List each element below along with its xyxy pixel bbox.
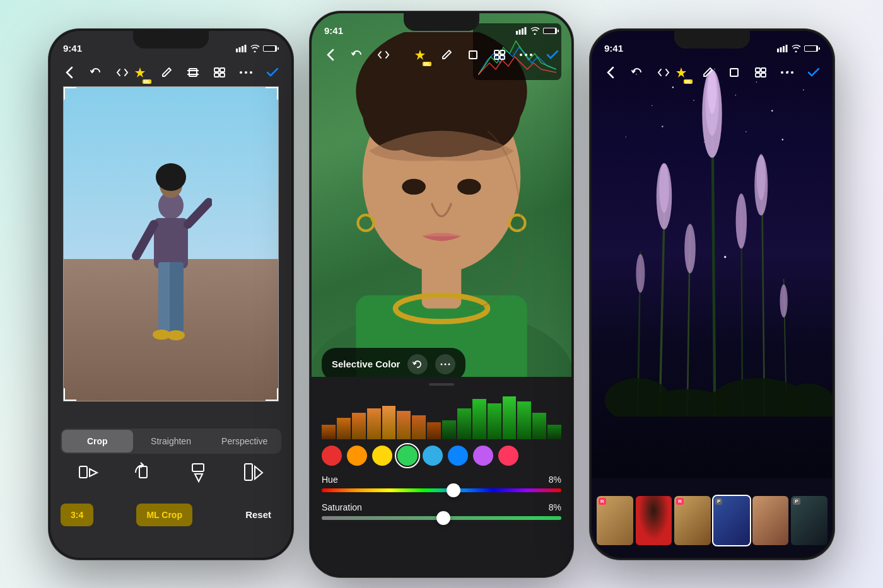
crop-button-1[interactable]	[184, 64, 202, 81]
more-pill-button[interactable]	[435, 354, 455, 374]
ml-crop-button[interactable]: ML Crop	[136, 504, 192, 526]
back-button-2[interactable]	[322, 46, 339, 64]
swatch-yellow[interactable]	[372, 446, 392, 466]
phone-1: 9:41	[48, 28, 294, 560]
swatch-purple[interactable]	[473, 446, 493, 466]
ml-enhance-button-1[interactable]	[131, 64, 149, 81]
thumbnail-3[interactable]: R	[674, 496, 711, 545]
svg-rect-1	[239, 47, 241, 52]
svg-point-58	[457, 178, 481, 194]
svg-marker-39	[415, 50, 425, 60]
svg-rect-34	[522, 28, 523, 35]
thumbnail-1[interactable]: R	[597, 496, 633, 545]
phone-2-inner: 9:41	[312, 13, 571, 575]
rotate-button[interactable]	[124, 457, 162, 488]
svg-rect-5	[278, 47, 279, 50]
phone-3: 9:41	[589, 28, 835, 560]
battery-icon-3	[804, 45, 820, 52]
flip-v-button[interactable]	[180, 457, 218, 488]
notch-2	[404, 13, 479, 31]
svg-line-24	[136, 224, 154, 256]
back-button-1[interactable]	[61, 64, 78, 81]
reset-button[interactable]: Reset	[235, 504, 281, 526]
flip-h-button[interactable]	[69, 457, 107, 488]
toolbar-3	[592, 59, 833, 86]
crop-icons-row	[61, 457, 281, 488]
crop-button-2[interactable]	[464, 46, 482, 64]
svg-rect-74	[761, 68, 766, 72]
back-button-3[interactable]	[602, 64, 619, 81]
svg-rect-43	[494, 55, 499, 59]
time-1: 9:41	[63, 43, 82, 54]
undo-button-3[interactable]	[628, 64, 646, 81]
saturation-thumb[interactable]	[436, 511, 450, 525]
drag-handle	[429, 383, 454, 386]
svg-rect-23	[170, 262, 184, 331]
crop-tab-perspective[interactable]: Perspective	[209, 430, 280, 453]
pencil-button-2[interactable]	[438, 46, 455, 64]
selective-color-pill: Selective Color	[322, 348, 465, 381]
selective-color-label: Selective Color	[332, 359, 400, 369]
hue-thumb[interactable]	[447, 483, 460, 497]
photo-3-bg	[592, 31, 833, 478]
thumbnail-5[interactable]	[752, 496, 789, 545]
phone-2-content: 9:41	[312, 13, 571, 575]
toolbar-right-3	[672, 64, 822, 81]
swatch-green[interactable]	[397, 446, 418, 466]
signal-icon-2	[516, 27, 527, 35]
ratio-button[interactable]: 3:4	[61, 504, 93, 526]
pencil-button-1[interactable]	[158, 64, 175, 81]
more-button-3[interactable]	[778, 64, 796, 81]
undo-button-1[interactable]	[87, 64, 105, 81]
mirror-button[interactable]	[235, 457, 272, 488]
grid-button-3[interactable]	[752, 64, 769, 81]
svg-rect-35	[525, 27, 527, 35]
code-button-2[interactable]	[375, 46, 392, 64]
done-button-2[interactable]	[544, 46, 561, 64]
thumbnail-6[interactable]: P	[791, 496, 827, 545]
hue-track[interactable]	[322, 488, 561, 492]
svg-rect-12	[220, 68, 225, 72]
thumbnail-4[interactable]: P	[713, 496, 750, 545]
crop-tab-crop[interactable]: Crop	[62, 430, 133, 453]
svg-rect-41	[494, 50, 499, 54]
saturation-track[interactable]	[322, 516, 561, 520]
undo-button-2[interactable]	[348, 46, 366, 64]
eq-bar-green	[532, 413, 546, 439]
hue-label: Hue	[322, 475, 338, 485]
grid-button-2[interactable]	[491, 46, 508, 64]
signal-icon-3	[777, 45, 788, 52]
undo-pill-button[interactable]	[407, 354, 428, 374]
pencil-button-3[interactable]	[699, 64, 716, 81]
svg-point-113	[780, 284, 787, 317]
svg-point-46	[525, 54, 527, 56]
code-button-3[interactable]	[655, 64, 672, 81]
grid-button-1[interactable]	[211, 64, 228, 81]
battery-icon-1	[263, 45, 279, 52]
saturation-slider-container: Saturation 8%	[322, 502, 561, 520]
swatch-orange[interactable]	[347, 446, 367, 466]
eq-bar-green	[472, 399, 486, 439]
swatch-cyan[interactable]	[423, 446, 443, 466]
more-button-2[interactable]	[517, 46, 535, 64]
svg-line-25	[188, 202, 209, 224]
done-button-1[interactable]	[264, 64, 281, 81]
done-button-3[interactable]	[805, 64, 822, 81]
svg-marker-71	[676, 67, 686, 78]
code-button-1[interactable]	[114, 64, 131, 81]
more-button-1[interactable]	[237, 64, 255, 81]
swatch-red[interactable]	[322, 446, 342, 466]
crop-corner-tr	[266, 87, 278, 100]
hue-value: 8%	[549, 475, 561, 485]
ml-enhance-button-3[interactable]	[672, 64, 690, 81]
swatch-pink[interactable]	[498, 446, 518, 466]
thumbnail-2[interactable]	[636, 496, 672, 545]
crop-tabs: Crop Straighten Perspective	[61, 429, 281, 454]
swatch-blue[interactable]	[448, 446, 468, 466]
thumbnail-strip: R R P P	[597, 496, 827, 545]
eq-bar	[367, 408, 381, 439]
crop-button-3[interactable]	[725, 64, 743, 81]
svg-rect-38	[544, 28, 555, 33]
ml-enhance-button-2[interactable]	[411, 46, 429, 64]
crop-tab-straighten[interactable]: Straighten	[136, 430, 207, 453]
